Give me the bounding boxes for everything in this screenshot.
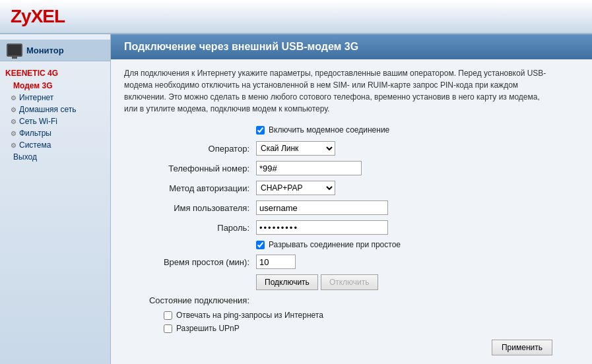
main-layout: Монитор KEENETIC 4G Модем 3G ⚙ Интернет … xyxy=(0,34,592,364)
content-area: Подключение через внешний USB-модем 3G Д… xyxy=(111,34,592,364)
content-body: Для подключения к Интернету укажите пара… xyxy=(111,59,592,363)
status-row: Состояние подключения: xyxy=(137,295,579,305)
operator-label: Оператор: xyxy=(137,144,256,154)
idle-time-label: Время простоя (мин): xyxy=(137,257,256,267)
phone-input[interactable] xyxy=(256,161,362,175)
upnp-label[interactable]: Разрешить UPnP xyxy=(176,324,240,333)
monitor-icon xyxy=(7,44,22,57)
enable-checkbox[interactable] xyxy=(256,126,265,135)
phone-row: Телефонный номер: xyxy=(137,161,579,175)
ping-checkbox[interactable] xyxy=(164,311,172,320)
connect-button[interactable]: Подключить xyxy=(256,274,318,290)
page-title: Подключение через внешний USB-модем 3G xyxy=(124,41,579,53)
ping-row: Отвечать на ping-запросы из Интернета xyxy=(164,311,579,320)
apply-row: Применить xyxy=(137,340,579,355)
internet-gear-icon: ⚙ xyxy=(11,94,16,102)
form-area: Включить модемное соединение Оператор: С… xyxy=(124,125,579,355)
apply-button[interactable]: Применить xyxy=(492,340,552,355)
disconnect-idle-checkbox[interactable] xyxy=(256,241,265,249)
connect-buttons-row: Подключить Отключить xyxy=(137,274,579,290)
enable-label[interactable]: Включить модемное соединение xyxy=(269,125,389,135)
system-label: Система xyxy=(19,140,51,150)
content-header: Подключение через внешний USB-модем 3G xyxy=(111,34,592,59)
header: ZyXEL xyxy=(0,0,592,34)
sidebar-section-keenetic: KEENETIC 4G Модем 3G ⚙ Интернет ⚙ Домашн… xyxy=(0,65,110,164)
logo: ZyXEL xyxy=(11,6,65,27)
logout-label: Выход xyxy=(13,152,37,162)
monitor-label: Монитор xyxy=(26,46,64,55)
home-network-label: Домашняя сеть xyxy=(19,105,76,114)
phone-label: Телефонный номер: xyxy=(137,164,256,173)
password-label: Пароль: xyxy=(137,223,256,233)
home-network-gear-icon: ⚙ xyxy=(11,106,16,113)
password-row: Пароль: xyxy=(137,220,579,235)
upnp-checkbox[interactable] xyxy=(164,324,172,333)
filters-label: Фильтры xyxy=(19,129,51,138)
sidebar-monitor[interactable]: Монитор xyxy=(0,40,110,61)
username-label: Имя пользователя: xyxy=(137,203,256,213)
username-input[interactable] xyxy=(256,200,388,215)
sidebar-item-internet[interactable]: ⚙ Интернет xyxy=(0,92,110,104)
username-row: Имя пользователя: xyxy=(137,200,579,215)
description-text: Для подключения к Интернету укажите пара… xyxy=(124,67,546,115)
filters-gear-icon: ⚙ xyxy=(11,130,16,137)
sidebar-item-logout[interactable]: Выход xyxy=(0,151,110,163)
disconnect-idle-label[interactable]: Разрывать соединение при простое xyxy=(269,240,401,249)
auth-label: Метод авторизации: xyxy=(137,183,256,193)
ping-label[interactable]: Отвечать на ping-запросы из Интернета xyxy=(176,311,323,320)
sidebar-item-wifi[interactable]: ⚙ Сеть Wi-Fi xyxy=(0,115,110,127)
sidebar-item-home-network[interactable]: ⚙ Домашняя сеть xyxy=(0,104,110,115)
sidebar-item-system[interactable]: ⚙ Система xyxy=(0,139,110,151)
logo-xel: XEL xyxy=(31,6,65,26)
enable-row: Включить модемное соединение xyxy=(256,125,579,135)
idle-time-input[interactable] xyxy=(256,255,296,269)
logo-zy: Zy xyxy=(11,6,31,26)
disconnect-idle-row: Разрывать соединение при простое xyxy=(256,240,579,249)
system-gear-icon: ⚙ xyxy=(11,142,16,149)
operator-row: Оператор: Скай Линк xyxy=(137,141,579,156)
modem-label: Модем 3G xyxy=(13,81,53,90)
password-input[interactable] xyxy=(256,220,388,235)
internet-label: Интернет xyxy=(19,93,53,102)
auth-row: Метод авторизации: CHAP+PAP xyxy=(137,181,579,195)
sidebar-item-filters[interactable]: ⚙ Фильтры xyxy=(0,127,110,139)
status-label: Состояние подключения: xyxy=(137,295,256,305)
idle-time-row: Время простоя (мин): xyxy=(137,255,579,269)
operator-select[interactable]: Скай Линк xyxy=(256,141,335,156)
sidebar-section-keenetic-title[interactable]: KEENETIC 4G xyxy=(0,67,110,80)
upnp-row: Разрешить UPnP xyxy=(164,324,579,333)
wifi-label: Сеть Wi-Fi xyxy=(19,117,57,126)
disconnect-button[interactable]: Отключить xyxy=(321,274,378,290)
sidebar: Монитор KEENETIC 4G Модем 3G ⚙ Интернет … xyxy=(0,34,111,364)
auth-select[interactable]: CHAP+PAP xyxy=(256,181,335,195)
sidebar-item-modem[interactable]: Модем 3G xyxy=(0,80,110,92)
wifi-gear-icon: ⚙ xyxy=(11,118,16,125)
